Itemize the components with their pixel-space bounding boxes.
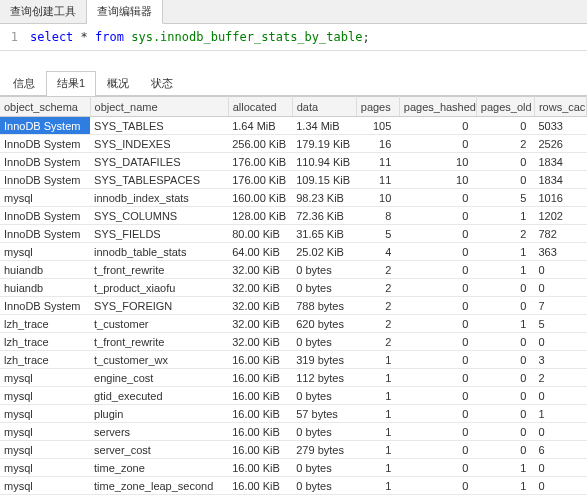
cell-pages: 2 bbox=[356, 333, 399, 351]
table-row[interactable]: mysqlengine_cost16.00 KiB112 bytes1002 bbox=[0, 369, 587, 387]
cell-rows-cached: 1202 bbox=[534, 207, 586, 225]
cell-pages: 11 bbox=[356, 171, 399, 189]
cell-pages: 1 bbox=[356, 441, 399, 459]
tab-query-editor[interactable]: 查询编辑器 bbox=[87, 0, 163, 24]
col-pages-old[interactable]: pages_old bbox=[476, 97, 534, 117]
table-row[interactable]: InnoDB SystemSYS_TABLESPACES176.00 KiB10… bbox=[0, 171, 587, 189]
table-row[interactable]: mysqltime_zone_leap_second16.00 KiB0 byt… bbox=[0, 477, 587, 495]
table-row[interactable]: InnoDB SystemSYS_DATAFILES176.00 KiB110.… bbox=[0, 153, 587, 171]
col-pages-hashed[interactable]: pages_hashed bbox=[399, 97, 476, 117]
cell-schema: InnoDB System bbox=[0, 153, 90, 171]
tab-profile[interactable]: 概况 bbox=[96, 71, 140, 95]
cell-rows-cached: 5033 bbox=[534, 117, 586, 135]
cell-rows-cached: 1834 bbox=[534, 171, 586, 189]
cell-rows-cached: 363 bbox=[534, 243, 586, 261]
cell-pages-hashed: 0 bbox=[399, 315, 476, 333]
cell-pages-hashed: 0 bbox=[399, 117, 476, 135]
cell-pages-hashed: 0 bbox=[399, 279, 476, 297]
cell-data: 0 bytes bbox=[292, 279, 356, 297]
cell-allocated: 16.00 KiB bbox=[228, 369, 292, 387]
cell-rows-cached: 0 bbox=[534, 459, 586, 477]
cell-pages: 2 bbox=[356, 261, 399, 279]
cell-rows-cached: 0 bbox=[534, 423, 586, 441]
cell-object: t_front_rewrite bbox=[90, 333, 228, 351]
cell-pages-old: 2 bbox=[476, 225, 534, 243]
cell-data: 1.34 MiB bbox=[292, 117, 356, 135]
table-row[interactable]: lzh_tracet_customer_wx16.00 KiB319 bytes… bbox=[0, 351, 587, 369]
table-row[interactable]: huiandbt_product_xiaofu32.00 KiB0 bytes2… bbox=[0, 279, 587, 297]
col-object-schema[interactable]: object_schema bbox=[0, 97, 90, 117]
cell-schema: mysql bbox=[0, 387, 90, 405]
tab-query-tools[interactable]: 查询创建工具 bbox=[0, 0, 87, 23]
cell-pages-hashed: 0 bbox=[399, 405, 476, 423]
cell-data: 0 bytes bbox=[292, 261, 356, 279]
cell-data: 0 bytes bbox=[292, 459, 356, 477]
cell-pages: 8 bbox=[356, 207, 399, 225]
line-number: 1 bbox=[8, 30, 18, 44]
table-row[interactable]: mysqlinnodb_table_stats64.00 KiB25.02 Ki… bbox=[0, 243, 587, 261]
cell-data: 112 bytes bbox=[292, 369, 356, 387]
result-tabs: 信息 结果1 概况 状态 bbox=[0, 71, 587, 96]
cell-allocated: 32.00 KiB bbox=[228, 297, 292, 315]
table-row[interactable]: mysqltime_zone16.00 KiB0 bytes1010 bbox=[0, 459, 587, 477]
header-row: object_schema object_name allocated data… bbox=[0, 97, 587, 117]
table-row[interactable]: InnoDB SystemSYS_FOREIGN32.00 KiB788 byt… bbox=[0, 297, 587, 315]
cell-schema: mysql bbox=[0, 459, 90, 477]
cell-data: 25.02 KiB bbox=[292, 243, 356, 261]
cell-rows-cached: 6 bbox=[534, 441, 586, 459]
table-row[interactable]: huiandbt_front_rewrite32.00 KiB0 bytes20… bbox=[0, 261, 587, 279]
cell-pages: 1 bbox=[356, 477, 399, 495]
cell-data: 110.94 KiB bbox=[292, 153, 356, 171]
table-row[interactable]: lzh_tracet_customer32.00 KiB620 bytes201… bbox=[0, 315, 587, 333]
cell-pages-old: 0 bbox=[476, 171, 534, 189]
col-object-name[interactable]: object_name bbox=[90, 97, 228, 117]
table-row[interactable]: InnoDB SystemSYS_TABLES1.64 MiB1.34 MiB1… bbox=[0, 117, 587, 135]
cell-allocated: 16.00 KiB bbox=[228, 441, 292, 459]
cell-pages-hashed: 0 bbox=[399, 297, 476, 315]
cell-allocated: 16.00 KiB bbox=[228, 495, 292, 501]
col-rows-cached[interactable]: rows_cached bbox=[534, 97, 586, 117]
table-row[interactable]: InnoDB SystemSYS_COLUMNS128.00 KiB72.36 … bbox=[0, 207, 587, 225]
cell-object: SYS_INDEXES bbox=[90, 135, 228, 153]
cell-data: 0 bytes bbox=[292, 495, 356, 501]
col-data[interactable]: data bbox=[292, 97, 356, 117]
cell-schema: lzh_trace bbox=[0, 315, 90, 333]
table-row[interactable]: InnoDB SystemSYS_FIELDS80.00 KiB31.65 Ki… bbox=[0, 225, 587, 243]
table-row[interactable]: mysqlgtid_executed16.00 KiB0 bytes1000 bbox=[0, 387, 587, 405]
col-pages[interactable]: pages bbox=[356, 97, 399, 117]
col-allocated[interactable]: allocated bbox=[228, 97, 292, 117]
cell-pages-old: 2 bbox=[476, 135, 534, 153]
tab-status[interactable]: 状态 bbox=[140, 71, 184, 95]
cell-pages-old: 0 bbox=[476, 153, 534, 171]
cell-pages: 2 bbox=[356, 279, 399, 297]
cell-pages: 105 bbox=[356, 117, 399, 135]
cell-pages: 1 bbox=[356, 405, 399, 423]
table-row[interactable]: mysqltime_zone_name16.00 KiB0 bytes1010 bbox=[0, 495, 587, 501]
cell-pages-old: 0 bbox=[476, 369, 534, 387]
cell-schema: lzh_trace bbox=[0, 351, 90, 369]
tab-info[interactable]: 信息 bbox=[2, 71, 46, 95]
cell-allocated: 32.00 KiB bbox=[228, 315, 292, 333]
result-table: object_schema object_name allocated data… bbox=[0, 96, 587, 500]
cell-pages-old: 0 bbox=[476, 117, 534, 135]
tab-result1[interactable]: 结果1 bbox=[46, 71, 96, 96]
cell-object: time_zone_name bbox=[90, 495, 228, 501]
table-row[interactable]: lzh_tracet_front_rewrite32.00 KiB0 bytes… bbox=[0, 333, 587, 351]
table-row[interactable]: InnoDB SystemSYS_INDEXES256.00 KiB179.19… bbox=[0, 135, 587, 153]
table-row[interactable]: mysqlservers16.00 KiB0 bytes1000 bbox=[0, 423, 587, 441]
cell-schema: InnoDB System bbox=[0, 135, 90, 153]
cell-pages-old: 0 bbox=[476, 441, 534, 459]
table-row[interactable]: mysqlserver_cost16.00 KiB279 bytes1006 bbox=[0, 441, 587, 459]
cell-allocated: 80.00 KiB bbox=[228, 225, 292, 243]
cell-allocated: 176.00 KiB bbox=[228, 153, 292, 171]
top-tabs: 查询创建工具 查询编辑器 bbox=[0, 0, 587, 24]
sql-editor[interactable]: 1 select * from sys.innodb_buffer_stats_… bbox=[0, 24, 587, 51]
cell-object: servers bbox=[90, 423, 228, 441]
cell-pages-hashed: 0 bbox=[399, 477, 476, 495]
cell-object: innodb_table_stats bbox=[90, 243, 228, 261]
cell-rows-cached: 5 bbox=[534, 315, 586, 333]
table-row[interactable]: mysqlplugin16.00 KiB57 bytes1001 bbox=[0, 405, 587, 423]
table-row[interactable]: mysqlinnodb_index_stats160.00 KiB98.23 K… bbox=[0, 189, 587, 207]
cell-object: time_zone_leap_second bbox=[90, 477, 228, 495]
cell-object: SYS_FIELDS bbox=[90, 225, 228, 243]
